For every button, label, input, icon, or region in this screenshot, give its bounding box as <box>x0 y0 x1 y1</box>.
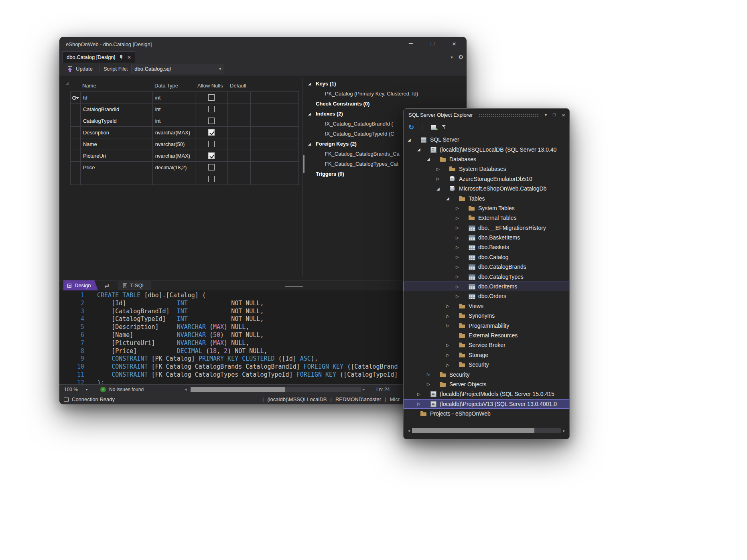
allow-nulls-checkbox[interactable] <box>208 118 215 124</box>
tree-item[interactable]: ▷Programmability <box>404 321 569 330</box>
data-type-cell[interactable]: int <box>153 92 196 103</box>
collapsed-arrow-icon[interactable]: ▷ <box>436 167 449 171</box>
line-number[interactable]: 12 <box>59 379 88 384</box>
collapsed-arrow-icon[interactable]: ▷ <box>455 284 469 289</box>
default-cell[interactable] <box>228 127 251 138</box>
allow-nulls-cell[interactable] <box>195 162 228 173</box>
window-position-icon[interactable]: ▾ <box>545 113 547 117</box>
vertical-splitter[interactable] <box>302 78 305 276</box>
column-header-allow-nulls[interactable]: Allow Nulls <box>195 83 228 89</box>
designer-row[interactable]: CatalogTypeIdint <box>71 115 299 127</box>
tree-item[interactable]: Projects - eShopOnWeb <box>404 409 569 418</box>
expanded-arrow-icon[interactable]: ◢ <box>436 187 449 191</box>
tree-item[interactable]: ◢Tables <box>404 193 569 203</box>
row-header-cell[interactable] <box>71 150 81 162</box>
collapsed-arrow-icon[interactable]: ▷ <box>426 382 440 386</box>
line-number[interactable]: 4 <box>59 315 88 323</box>
designer-row[interactable]: Pricedecimal(18,2) <box>71 162 299 173</box>
scroll-left-icon[interactable]: ◂ <box>406 427 412 434</box>
collapsed-arrow-icon[interactable]: ▷ <box>455 216 469 220</box>
update-button[interactable]: Update <box>65 65 95 73</box>
collapsed-arrow-icon[interactable]: ▷ <box>445 304 459 308</box>
collapsed-arrow-icon[interactable]: ▷ <box>455 274 469 279</box>
close-icon[interactable]: × <box>562 112 565 118</box>
tree-item[interactable]: ▷dbo.OrderItems <box>404 282 569 291</box>
scroll-right-icon[interactable]: ▸ <box>561 427 567 434</box>
tree-item[interactable]: ◢Databases <box>404 154 569 164</box>
property-group[interactable]: ◢Foreign Keys (2) <box>308 139 418 149</box>
tree-item[interactable]: ◢Microsoft.eShopOnWeb.CatalogDb <box>404 184 569 193</box>
data-type-cell[interactable] <box>153 173 196 185</box>
tree-item[interactable]: ◢SQL Server <box>404 135 569 144</box>
default-cell[interactable] <box>228 162 251 173</box>
expanded-arrow-icon[interactable]: ◢ <box>308 112 316 116</box>
line-number[interactable]: 5 <box>59 323 88 331</box>
property-group[interactable]: Triggers (0) <box>308 169 418 179</box>
column-header-name[interactable]: Name <box>80 83 152 89</box>
property-group[interactable]: Check Constraints (0) <box>308 99 418 109</box>
tree-item[interactable]: ▷dbo.CatalogBrands <box>404 262 569 272</box>
expanded-arrow-icon[interactable]: ◢ <box>308 82 316 86</box>
allow-nulls-checkbox[interactable] <box>208 176 215 182</box>
column-name-cell[interactable]: Price <box>81 162 153 173</box>
allow-nulls-cell[interactable] <box>195 173 228 185</box>
line-number[interactable]: 3 <box>59 308 88 316</box>
row-header-cell[interactable] <box>71 162 81 173</box>
line-number[interactable]: 8 <box>59 347 88 355</box>
vertical-splitter-grip[interactable] <box>303 155 305 173</box>
horizontal-scrollbar[interactable] <box>191 387 361 392</box>
object-explorer-titlebar[interactable]: SQL Server Object Explorer ▾ □ × <box>404 109 569 121</box>
collapsed-arrow-icon[interactable]: ▷ <box>455 225 469 230</box>
refresh-icon[interactable]: ↻ <box>408 124 414 131</box>
collapsed-arrow-icon[interactable]: ▷ <box>445 353 459 357</box>
line-number[interactable]: 1 <box>59 292 88 300</box>
tree-item[interactable]: ▷Security <box>404 369 569 379</box>
collapsed-arrow-icon[interactable]: ▷ <box>455 245 469 250</box>
collapsed-arrow-icon[interactable]: ▷ <box>445 314 459 318</box>
designer-row[interactable]: PictureUrinvarchar(MAX) <box>71 150 299 162</box>
script-file-dropdown[interactable]: dbo.Catalog.sql ▾ <box>131 65 224 73</box>
data-type-cell[interactable]: nvarchar(50) <box>153 138 196 150</box>
zoom-level[interactable]: 100 % <box>64 385 78 394</box>
tree-item[interactable]: ▷External Tables <box>404 213 569 223</box>
line-number[interactable]: 6 <box>59 331 88 339</box>
row-header-cell[interactable] <box>71 173 81 185</box>
default-cell[interactable] <box>228 150 251 162</box>
oe-horizontal-scrollbar[interactable]: ◂ ▸ <box>406 427 567 434</box>
scrollbar-thumb[interactable] <box>191 387 285 392</box>
allow-nulls-cell[interactable] <box>195 103 228 115</box>
property-item[interactable]: FK_Catalog_CatalogBrands_Ca <box>308 149 418 159</box>
collapsed-arrow-icon[interactable]: ▷ <box>455 235 469 240</box>
designer-row[interactable]: Namenvarchar(50) <box>71 138 299 150</box>
expanded-arrow-icon[interactable]: ◢ <box>426 157 440 161</box>
allow-nulls-checkbox[interactable] <box>208 129 215 136</box>
compare-icon[interactable]: ⇄ <box>104 282 109 289</box>
collapsed-arrow-icon[interactable]: ▷ <box>445 343 459 347</box>
scrollbar-thumb[interactable] <box>412 428 534 433</box>
tab-design[interactable]: Design <box>63 280 98 290</box>
tree-item[interactable]: ▷dbo.BasketItems <box>404 233 569 242</box>
column-name-cell[interactable]: PictureUri <box>81 150 153 162</box>
line-number[interactable]: 7 <box>59 339 88 347</box>
row-header-cell[interactable] <box>71 138 81 150</box>
tree-item[interactable]: ▷(localdb)\ProjectsV13 (SQL Server 13.0.… <box>404 399 569 409</box>
collapsed-arrow-icon[interactable]: ▷ <box>455 265 469 269</box>
filter-icon[interactable] <box>441 124 447 130</box>
pin-icon[interactable] <box>119 55 124 60</box>
collapsed-arrow-icon[interactable]: ▷ <box>455 206 469 210</box>
line-number[interactable]: 9 <box>59 355 88 363</box>
property-group[interactable]: ◢Indexes (2) <box>308 109 418 119</box>
property-item[interactable]: PK_Catalog (Primary Key, Clustered: Id) <box>308 89 418 99</box>
tree-item[interactable]: ▷Synonyms <box>404 311 569 321</box>
property-item[interactable]: FK_Catalog_CatalogTypes_Cat <box>308 159 418 169</box>
zoom-chevron-icon[interactable]: ▾ <box>86 385 88 394</box>
title-bar[interactable]: eShopOnWeb - dbo.Catalog [Design] ─ □ × <box>59 37 467 51</box>
designer-row[interactable]: CatalogBrandIdint <box>71 103 299 115</box>
collapsed-arrow-icon[interactable]: ▷ <box>455 294 469 298</box>
row-header-cell[interactable] <box>71 115 81 127</box>
default-cell[interactable] <box>228 92 251 103</box>
tree-item[interactable]: ▷dbo.Orders <box>404 291 569 301</box>
collapsed-arrow-icon[interactable]: ▷ <box>455 255 469 259</box>
column-name-cell[interactable]: Name <box>81 138 153 150</box>
default-cell[interactable] <box>228 138 251 150</box>
